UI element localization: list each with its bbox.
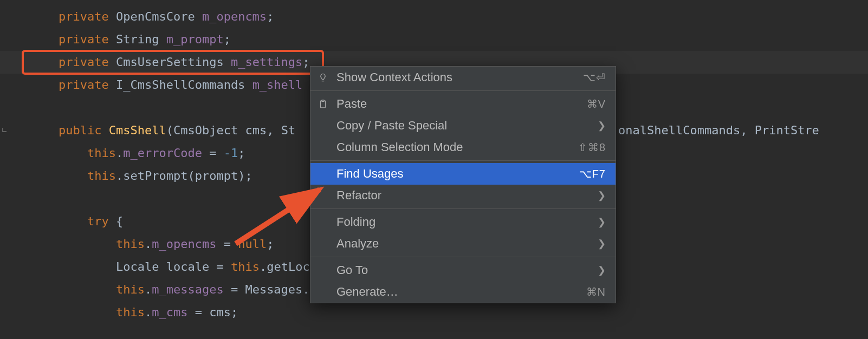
- menu-item-shortcut: ⌥F7: [579, 167, 606, 180]
- menu-item-column-selection-mode[interactable]: Column Selection Mode⇧⌘8: [310, 136, 616, 158]
- menu-item-shortcut: ⌥⏎: [583, 71, 606, 84]
- code-token-field: m_messages: [152, 283, 223, 296]
- code-line[interactable]: this.m_cms = cms;: [0, 301, 868, 324]
- menu-item-label: Paste: [336, 97, 579, 111]
- code-token-punc: ;: [224, 32, 231, 46]
- code-token-punc: =: [224, 283, 245, 296]
- menu-item-label: Copy / Paste Special: [336, 119, 590, 133]
- chevron-right-icon: ❯: [598, 190, 606, 201]
- menu-item-shortcut: ⌘V: [587, 97, 606, 110]
- code-token-punc: .: [116, 169, 123, 182]
- code-token-this: this: [116, 283, 145, 296]
- code-token-field: m_errorCode: [123, 146, 202, 160]
- code-token-ident: cms: [209, 305, 231, 319]
- code-token-punc: ;: [302, 55, 309, 69]
- code-token-type: I_CmsShellCommands: [116, 78, 245, 92]
- code-token-kw: try: [87, 214, 109, 228]
- code-token-punc: ;: [245, 169, 252, 182]
- code-token-punc: ;: [231, 305, 238, 319]
- clipboard-icon: [318, 98, 328, 110]
- code-line[interactable]: private String m_prompt;: [0, 28, 868, 51]
- code-token-kw: null: [238, 237, 267, 251]
- code-token-this: this: [116, 305, 145, 319]
- code-token-type: St: [281, 123, 296, 137]
- code-token-punc: =: [187, 305, 209, 319]
- menu-item-label: Refactor: [336, 188, 590, 203]
- menu-item-label: Column Selection Mode: [336, 140, 571, 154]
- code-token-punc: .: [260, 260, 267, 273]
- code-token-punc: (: [187, 169, 195, 182]
- code-token-punc: (: [166, 123, 173, 137]
- code-token-ident: locale: [166, 260, 209, 273]
- menu-item-label: Find Usages: [336, 167, 572, 181]
- menu-item-label: Show Context Actions: [336, 70, 575, 84]
- code-token-punc: .: [145, 237, 152, 251]
- code-token-punc: =: [202, 146, 224, 160]
- menu-separator: [310, 257, 616, 257]
- code-token-punc: ;: [267, 237, 274, 251]
- code-token-kw: public: [59, 123, 101, 137]
- code-token-field: m_opencms: [152, 237, 216, 251]
- menu-item-show-context-actions[interactable]: Show Context Actions⌥⏎: [310, 67, 616, 88]
- code-token-this: this: [116, 237, 145, 251]
- code-token-field: m_prompt: [166, 32, 224, 46]
- code-token-type: String: [116, 32, 159, 46]
- code-token-punc: .: [302, 283, 309, 296]
- menu-separator: [310, 208, 616, 209]
- menu-item-label: Analyze: [336, 237, 590, 251]
- code-token-field: m_settings: [231, 55, 302, 69]
- menu-item-go-to[interactable]: Go To❯: [310, 259, 616, 281]
- menu-item-label: Folding: [336, 215, 590, 229]
- menu-item-paste[interactable]: Paste⌘V: [310, 93, 616, 115]
- code-token-kw: private: [59, 32, 109, 46]
- code-token-this: this: [87, 146, 116, 160]
- chevron-right-icon: ❯: [598, 216, 606, 228]
- gutter-fold-marker[interactable]: [2, 128, 7, 132]
- menu-item-copy-paste-special[interactable]: Copy / Paste Special❯: [310, 115, 616, 136]
- code-token-punc: {: [116, 214, 123, 228]
- menu-item-label: Go To: [336, 263, 590, 277]
- code-token-punc: ;: [267, 10, 274, 23]
- code-token-punc: ,: [267, 123, 281, 137]
- code-token-type: OpenCmsCore: [116, 10, 195, 23]
- code-token-kw: private: [59, 78, 109, 92]
- code-token-punc: .: [116, 146, 123, 160]
- code-token-punc: .: [145, 305, 152, 319]
- chevron-right-icon: ❯: [598, 120, 606, 132]
- code-token-field: m_shell: [252, 78, 303, 92]
- code-token-num: -1: [224, 146, 238, 160]
- code-token-punc: ): [238, 169, 245, 182]
- code-token-punc: .: [145, 283, 152, 296]
- menu-separator: [310, 160, 616, 161]
- code-token-kw: private: [59, 55, 109, 69]
- code-token-type: Locale: [116, 260, 159, 273]
- context-menu[interactable]: Show Context Actions⌥⏎Paste⌘VCopy / Past…: [310, 66, 616, 303]
- code-token-type: CmsObject: [173, 123, 238, 137]
- code-token-field: m_opencms: [202, 10, 267, 23]
- menu-item-icon-slot: [317, 71, 329, 83]
- code-line[interactable]: private OpenCmsCore m_opencms;: [0, 5, 868, 28]
- menu-item-icon-slot: [317, 98, 329, 110]
- menu-item-label: Generate…: [336, 285, 579, 299]
- menu-item-folding[interactable]: Folding❯: [310, 211, 616, 233]
- menu-item-shortcut: ⌘N: [586, 285, 606, 298]
- code-token-name: CmsShell: [109, 123, 166, 137]
- code-token-this: this: [87, 169, 116, 182]
- menu-item-generate[interactable]: Generate…⌘N: [310, 281, 616, 303]
- code-token-type: Messages: [245, 283, 302, 296]
- menu-separator: [310, 90, 616, 91]
- menu-item-find-usages[interactable]: Find Usages⌥F7: [310, 163, 616, 185]
- code-token-ident: getLoc: [267, 260, 309, 273]
- code-token-punc: =: [216, 237, 238, 251]
- code-line-tail: onalShellCommands, PrintStre: [618, 119, 819, 142]
- code-token-punc: =: [209, 260, 231, 273]
- menu-item-refactor[interactable]: Refactor❯: [310, 185, 616, 206]
- code-token-this: this: [231, 260, 260, 273]
- chevron-right-icon: ❯: [598, 264, 606, 276]
- lightbulb-icon: [318, 71, 328, 83]
- menu-item-analyze[interactable]: Analyze❯: [310, 233, 616, 255]
- code-token-ident: cms: [245, 123, 267, 137]
- menu-item-shortcut: ⇧⌘8: [578, 141, 606, 154]
- code-token-kw: private: [59, 10, 109, 23]
- chevron-right-icon: ❯: [598, 238, 606, 250]
